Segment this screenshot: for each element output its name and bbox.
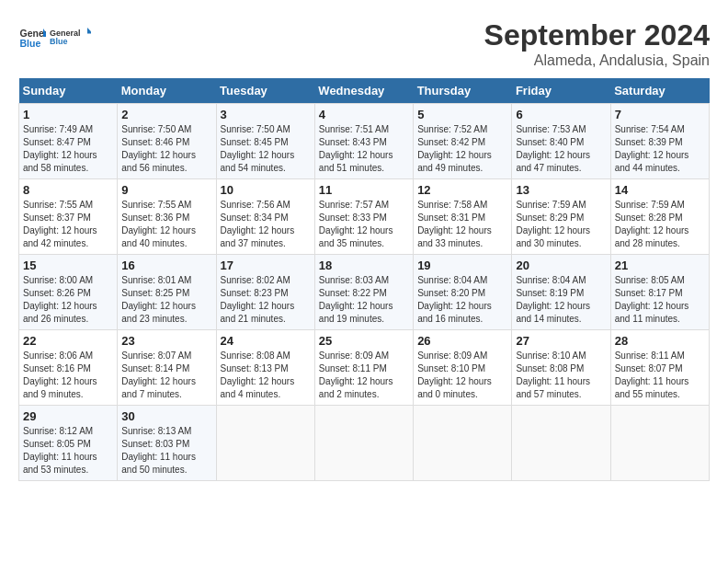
svg-text:Blue: Blue bbox=[50, 37, 68, 46]
calendar-week-2: 8Sunrise: 7:55 AMSunset: 8:37 PMDaylight… bbox=[19, 179, 710, 255]
calendar-cell: 5Sunrise: 7:52 AMSunset: 8:42 PMDaylight… bbox=[414, 104, 512, 179]
calendar-cell: 7Sunrise: 7:54 AMSunset: 8:39 PMDaylight… bbox=[610, 104, 709, 179]
calendar-week-1: 1Sunrise: 7:49 AMSunset: 8:47 PMDaylight… bbox=[19, 104, 710, 179]
calendar-cell: 12Sunrise: 7:58 AMSunset: 8:31 PMDayligh… bbox=[414, 179, 512, 255]
calendar-cell: 24Sunrise: 8:08 AMSunset: 8:13 PMDayligh… bbox=[216, 330, 314, 406]
svg-marker-5 bbox=[87, 28, 91, 34]
title-area: September 2024 Alameda, Andalusia, Spain bbox=[484, 18, 710, 69]
page-header: General Blue General Blue September 2024… bbox=[18, 18, 710, 69]
calendar-cell: 15Sunrise: 8:00 AMSunset: 8:26 PMDayligh… bbox=[19, 255, 118, 330]
calendar-cell: 28Sunrise: 8:11 AMSunset: 8:07 PMDayligh… bbox=[610, 330, 709, 406]
calendar-cell: 9Sunrise: 7:55 AMSunset: 8:36 PMDaylight… bbox=[118, 179, 216, 255]
calendar-cell: 17Sunrise: 8:02 AMSunset: 8:23 PMDayligh… bbox=[216, 255, 314, 330]
logo: General Blue General Blue bbox=[18, 18, 91, 55]
calendar-cell: 4Sunrise: 7:51 AMSunset: 8:43 PMDaylight… bbox=[314, 104, 413, 179]
calendar-cell bbox=[610, 406, 709, 481]
calendar-cell: 16Sunrise: 8:01 AMSunset: 8:25 PMDayligh… bbox=[118, 255, 216, 330]
calendar-cell bbox=[216, 406, 314, 481]
generalblue-logo-svg: General Blue bbox=[50, 18, 91, 55]
calendar-cell: 1Sunrise: 7:49 AMSunset: 8:47 PMDaylight… bbox=[19, 104, 118, 179]
calendar-cell: 13Sunrise: 7:59 AMSunset: 8:29 PMDayligh… bbox=[512, 179, 610, 255]
col-friday: Friday bbox=[512, 78, 610, 104]
calendar-cell: 26Sunrise: 8:09 AMSunset: 8:10 PMDayligh… bbox=[414, 330, 512, 406]
calendar-cell: 20Sunrise: 8:04 AMSunset: 8:19 PMDayligh… bbox=[512, 255, 610, 330]
calendar-cell: 2Sunrise: 7:50 AMSunset: 8:46 PMDaylight… bbox=[118, 104, 216, 179]
calendar-cell: 11Sunrise: 7:57 AMSunset: 8:33 PMDayligh… bbox=[314, 179, 413, 255]
calendar-cell: 21Sunrise: 8:05 AMSunset: 8:17 PMDayligh… bbox=[610, 255, 709, 330]
month-year-title: September 2024 bbox=[484, 18, 710, 52]
calendar-cell: 6Sunrise: 7:53 AMSunset: 8:40 PMDaylight… bbox=[512, 104, 610, 179]
calendar-cell: 8Sunrise: 7:55 AMSunset: 8:37 PMDaylight… bbox=[19, 179, 118, 255]
calendar-header-row: Sunday Monday Tuesday Wednesday Thursday… bbox=[19, 78, 710, 104]
calendar-cell: 14Sunrise: 7:59 AMSunset: 8:28 PMDayligh… bbox=[610, 179, 709, 255]
calendar-cell: 3Sunrise: 7:50 AMSunset: 8:45 PMDaylight… bbox=[216, 104, 314, 179]
svg-text:Blue: Blue bbox=[20, 38, 41, 49]
calendar-cell bbox=[414, 406, 512, 481]
calendar-cell: 23Sunrise: 8:07 AMSunset: 8:14 PMDayligh… bbox=[118, 330, 216, 406]
calendar-cell bbox=[314, 406, 413, 481]
calendar-cell: 30Sunrise: 8:13 AMSunset: 8:03 PMDayligh… bbox=[118, 406, 216, 481]
calendar-table: Sunday Monday Tuesday Wednesday Thursday… bbox=[18, 78, 710, 481]
calendar-cell bbox=[512, 406, 610, 481]
calendar-cell: 18Sunrise: 8:03 AMSunset: 8:22 PMDayligh… bbox=[314, 255, 413, 330]
col-monday: Monday bbox=[118, 78, 216, 104]
calendar-cell: 22Sunrise: 8:06 AMSunset: 8:16 PMDayligh… bbox=[19, 330, 118, 406]
svg-text:General: General bbox=[50, 29, 81, 38]
calendar-week-5: 29Sunrise: 8:12 AMSunset: 8:05 PMDayligh… bbox=[19, 406, 710, 481]
calendar-cell: 19Sunrise: 8:04 AMSunset: 8:20 PMDayligh… bbox=[414, 255, 512, 330]
calendar-cell: 27Sunrise: 8:10 AMSunset: 8:08 PMDayligh… bbox=[512, 330, 610, 406]
col-wednesday: Wednesday bbox=[314, 78, 413, 104]
col-sunday: Sunday bbox=[19, 78, 118, 104]
calendar-cell: 29Sunrise: 8:12 AMSunset: 8:05 PMDayligh… bbox=[19, 406, 118, 481]
col-saturday: Saturday bbox=[610, 78, 709, 104]
logo-icon: General Blue bbox=[18, 23, 46, 51]
calendar-cell: 10Sunrise: 7:56 AMSunset: 8:34 PMDayligh… bbox=[216, 179, 314, 255]
calendar-week-3: 15Sunrise: 8:00 AMSunset: 8:26 PMDayligh… bbox=[19, 255, 710, 330]
col-thursday: Thursday bbox=[414, 78, 512, 104]
calendar-week-4: 22Sunrise: 8:06 AMSunset: 8:16 PMDayligh… bbox=[19, 330, 710, 406]
col-tuesday: Tuesday bbox=[216, 78, 314, 104]
calendar-cell: 25Sunrise: 8:09 AMSunset: 8:11 PMDayligh… bbox=[314, 330, 413, 406]
location-subtitle: Alameda, Andalusia, Spain bbox=[484, 52, 710, 69]
